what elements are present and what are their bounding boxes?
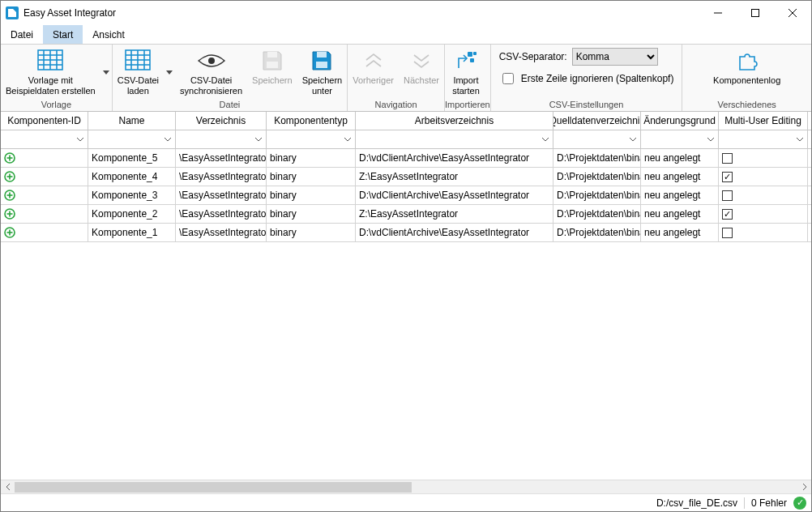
cell-name[interactable]: Komponente_3 — [88, 186, 176, 204]
cell-workdir[interactable]: D:\vdClientArchive\EasyAssetIntegrator — [356, 186, 553, 204]
filter-cell[interactable] — [719, 130, 808, 148]
ribbon-group-import: Importstarten Importieren — [445, 45, 491, 111]
cell-srcdir[interactable]: D:\Projektdaten\binary_1 — [553, 186, 641, 204]
cell-workdir[interactable]: D:\vdClientArchive\EasyAssetIntegrator — [356, 149, 553, 167]
group-label-navigation: Navigation — [348, 99, 444, 111]
col-header[interactable]: Änderungsgrund — [641, 112, 719, 130]
filter-cell[interactable] — [641, 130, 719, 148]
menu-ansicht[interactable]: Ansicht — [83, 25, 134, 44]
cell-reason[interactable]: neu angelegt — [641, 224, 719, 241]
svg-rect-1 — [752, 10, 759, 17]
scroll-left-icon[interactable] — [1, 480, 15, 494]
dropdown-caret-icon[interactable] — [100, 45, 112, 99]
template-create-button[interactable]: Vorlage mitBeispieldaten erstellen — [1, 45, 112, 99]
row-add-icon[interactable] — [1, 224, 88, 241]
cell-workdir[interactable]: Z:\EasyAssetIntegrator — [356, 168, 553, 186]
cell-reason[interactable]: neu angelegt — [641, 168, 719, 186]
cell-workdir[interactable]: D:\vdClientArchive\EasyAssetIntegrator — [356, 224, 553, 241]
cell-workdir[interactable]: Z:\EasyAssetIntegrator — [356, 205, 553, 223]
maximize-button[interactable] — [737, 1, 774, 25]
menu-start[interactable]: Start — [43, 25, 83, 44]
col-header[interactable]: Name — [88, 112, 176, 130]
cell-type[interactable]: binary — [267, 224, 356, 241]
component-log-button[interactable]: Komponentenlog — [708, 45, 785, 99]
cell-type[interactable]: binary — [267, 149, 356, 167]
filter-cell[interactable] — [553, 130, 641, 148]
cell-type[interactable]: binary — [267, 186, 356, 204]
cell-type[interactable]: binary — [267, 205, 356, 223]
ignore-first-row-checkbox[interactable] — [502, 73, 514, 84]
import-start-button[interactable]: Importstarten — [445, 45, 487, 99]
minimize-button[interactable] — [699, 1, 737, 25]
cell-srcdir[interactable]: D:\Projektdaten\binary_2 — [553, 205, 641, 223]
filter-cell[interactable] — [1, 130, 88, 148]
checkbox-icon[interactable] — [722, 209, 733, 220]
save-button[interactable]: Speichern — [247, 45, 297, 99]
status-ok-icon — [793, 497, 806, 510]
col-header[interactable]: Multi-User Editing — [719, 112, 808, 130]
checkbox-icon[interactable] — [722, 172, 733, 182]
cell-multiuser[interactable] — [719, 224, 808, 241]
import-icon — [454, 48, 478, 74]
cell-dir[interactable]: \EasyAssetIntegrator — [176, 205, 267, 223]
menu-datei[interactable]: Datei — [1, 25, 43, 44]
table-row[interactable]: Komponente_2\EasyAssetIntegratorbinaryZ:… — [1, 205, 811, 224]
group-label-datei: Datei — [113, 99, 348, 111]
cell-type[interactable]: binary — [267, 168, 356, 186]
cell-name[interactable]: Komponente_1 — [88, 224, 176, 241]
scroll-thumb[interactable] — [15, 482, 412, 493]
cell-reason[interactable]: neu angelegt — [641, 205, 719, 223]
cell-srcdir[interactable]: D:\Projektdaten\binary_1 — [553, 224, 641, 241]
col-header[interactable]: Verzeichnis — [176, 112, 267, 130]
table-row[interactable]: Komponente_3\EasyAssetIntegratorbinaryD:… — [1, 186, 811, 205]
table-row[interactable]: Komponente_4\EasyAssetIntegratorbinaryZ:… — [1, 168, 811, 186]
cell-srcdir[interactable]: D:\Projektdaten\binary_1 — [553, 149, 641, 167]
horizontal-scrollbar[interactable] — [1, 480, 811, 493]
csv-sync-button[interactable]: CSV-Dateisynchronisieren — [175, 45, 247, 99]
cell-multiuser[interactable] — [719, 205, 808, 223]
cell-multiuser[interactable] — [719, 186, 808, 204]
checkbox-icon[interactable] — [722, 190, 733, 201]
table-row[interactable]: Komponente_1\EasyAssetIntegratorbinaryD:… — [1, 224, 811, 242]
close-button[interactable] — [774, 1, 811, 25]
cell-name[interactable]: Komponente_2 — [88, 205, 176, 223]
filter-cell[interactable] — [88, 130, 176, 148]
row-add-icon[interactable] — [1, 168, 88, 186]
checkbox-icon[interactable] — [722, 228, 733, 238]
csv-load-button[interactable]: CSV-Dateiladen — [113, 45, 175, 99]
col-header[interactable]: Arbeitsverzeichnis — [356, 112, 553, 130]
prev-label: Vorheriger — [353, 75, 394, 86]
col-header[interactable]: Komponenten-ID — [1, 112, 88, 130]
cell-name[interactable]: Komponente_5 — [88, 149, 176, 167]
cell-reason[interactable]: neu angelegt — [641, 186, 719, 204]
filter-cell[interactable] — [267, 130, 356, 148]
cell-dir[interactable]: \EasyAssetIntegrator — [176, 186, 267, 204]
col-header[interactable]: Quelldatenverzeichnis — [553, 112, 641, 130]
prev-button[interactable]: Vorheriger — [348, 45, 399, 99]
cell-multiuser[interactable] — [719, 149, 808, 167]
scroll-right-icon[interactable] — [797, 480, 811, 494]
scroll-track[interactable] — [15, 480, 797, 494]
checkbox-icon[interactable] — [722, 153, 733, 164]
cell-multiuser[interactable] — [719, 168, 808, 186]
dropdown-caret-icon[interactable] — [164, 45, 175, 99]
cell-srcdir[interactable]: D:\Projektdaten\binary_1 — [553, 168, 641, 186]
next-button[interactable]: Nächster — [399, 45, 444, 99]
cell-dir[interactable]: \EasyAssetIntegrator — [176, 149, 267, 167]
cell-dir[interactable]: \EasyAssetIntegrator — [176, 168, 267, 186]
col-header[interactable]: Komponententyp — [267, 112, 356, 130]
table-row[interactable]: Komponente_5\EasyAssetIntegratorbinaryD:… — [1, 149, 811, 168]
cell-dir[interactable]: \EasyAssetIntegrator — [176, 224, 267, 241]
row-add-icon[interactable] — [1, 186, 88, 204]
save-as-button[interactable]: Speichernunter — [297, 45, 348, 99]
row-add-icon[interactable] — [1, 205, 88, 223]
chevrons-down-icon — [411, 48, 432, 74]
ribbon-group-misc: Komponentenlog Verschiedenes — [682, 45, 811, 111]
cell-reason[interactable]: neu angelegt — [641, 149, 719, 167]
group-label-misc: Verschiedenes — [682, 99, 811, 111]
cell-name[interactable]: Komponente_4 — [88, 168, 176, 186]
row-add-icon[interactable] — [1, 149, 88, 167]
csv-separator-select[interactable]: Komma — [572, 48, 658, 66]
filter-cell[interactable] — [356, 130, 553, 148]
filter-cell[interactable] — [176, 130, 267, 148]
